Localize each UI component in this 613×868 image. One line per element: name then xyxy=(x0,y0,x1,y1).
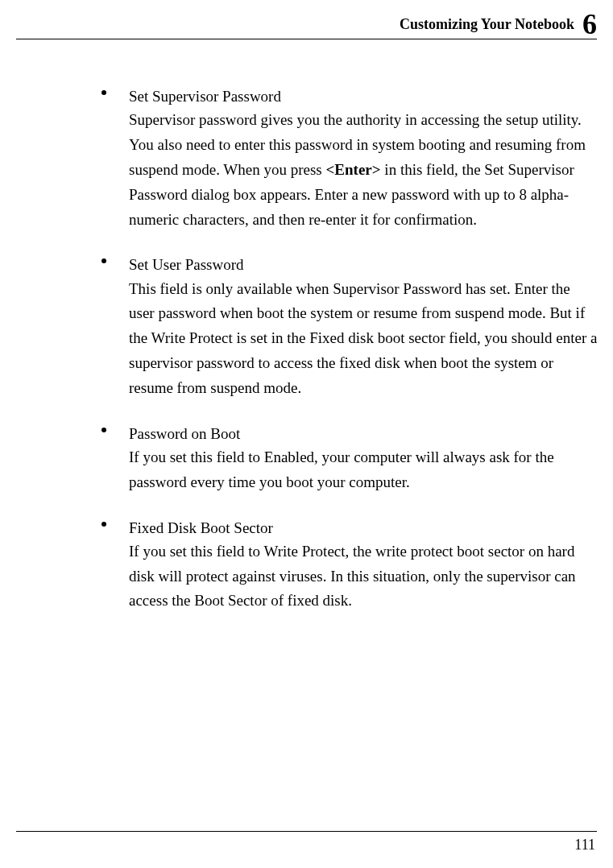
item-body: This field is only available when Superv… xyxy=(129,277,599,401)
item-title: Fixed Disk Boot Sector xyxy=(129,516,599,539)
content-area: Set Supervisor Password Supervisor passw… xyxy=(95,85,599,634)
chapter-number: 6 xyxy=(582,8,597,40)
list-item: Set User Password This field is only ava… xyxy=(95,253,599,400)
body-text-pre: This field is only available when Superv… xyxy=(129,280,597,396)
bullet-icon xyxy=(101,90,106,95)
body-text-bold: <Enter> xyxy=(326,161,381,178)
list-item: Set Supervisor Password Supervisor passw… xyxy=(95,85,599,232)
item-title: Set User Password xyxy=(129,253,599,276)
body-text-pre: If you set this field to Enabled, your c… xyxy=(129,448,554,490)
list-item: Fixed Disk Boot Sector If you set this f… xyxy=(95,516,599,614)
item-body: If you set this field to Write Protect, … xyxy=(129,539,599,614)
item-body: Supervisor password gives you the author… xyxy=(129,108,599,232)
bullet-icon xyxy=(101,428,106,432)
footer-divider xyxy=(16,831,597,832)
bullet-list: Set Supervisor Password Supervisor passw… xyxy=(95,85,599,614)
item-title: Password on Boot xyxy=(129,422,599,445)
header-divider xyxy=(16,39,597,39)
bullet-icon xyxy=(101,522,106,527)
body-text-pre: If you set this field to Write Protect, … xyxy=(129,543,576,610)
page-number: 111 xyxy=(574,837,595,854)
item-title: Set Supervisor Password xyxy=(129,85,599,108)
header-title: Customizing Your Notebook xyxy=(400,16,574,32)
item-body: If you set this field to Enabled, your c… xyxy=(129,445,599,495)
bullet-icon xyxy=(101,258,106,263)
list-item: Password on Boot If you set this field t… xyxy=(95,422,599,495)
